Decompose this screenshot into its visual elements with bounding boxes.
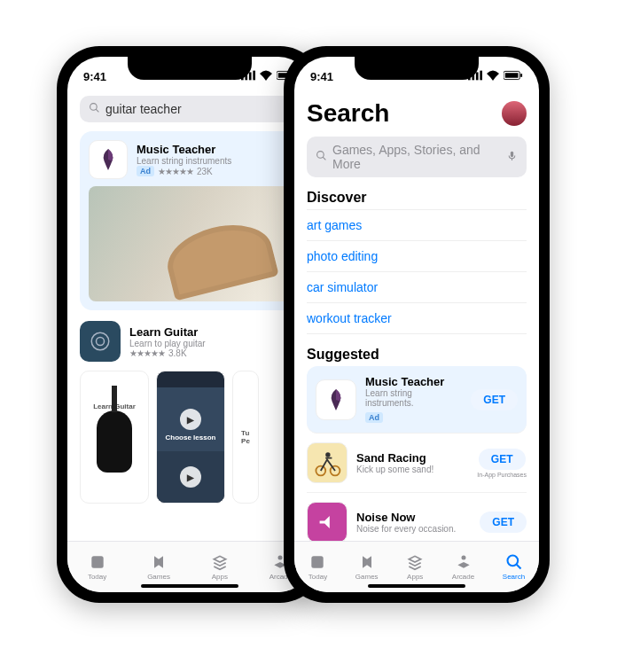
result-rating-count: 3.8K — [168, 348, 187, 358]
noise-now-icon — [307, 502, 348, 541]
music-teacher-icon — [89, 140, 128, 179]
thumb-label: Choose lesson — [166, 434, 216, 441]
screen-left: 9:41 guitar teacher Mu — [67, 57, 312, 592]
search-icon — [316, 150, 327, 164]
svg-rect-2 — [249, 72, 252, 80]
tab-search[interactable]: Search — [503, 553, 525, 581]
get-button[interactable]: GET — [471, 389, 518, 410]
svg-rect-21 — [511, 152, 513, 158]
search-input[interactable]: guitar teacher — [80, 96, 300, 122]
app-preview-image — [89, 186, 291, 301]
tab-today[interactable]: Today — [308, 553, 327, 581]
star-rating-icon: ★★★★★ — [158, 167, 193, 176]
sponsored-result-card[interactable]: Music Teacher Learn string instruments A… — [80, 131, 300, 310]
tab-arcade[interactable]: Arcade — [452, 553, 474, 581]
home-indicator[interactable] — [368, 584, 465, 588]
discover-link[interactable]: art games — [307, 209, 527, 241]
phone-right-frame: 9:41 Search Games, Apps, Stories, and Mo… — [284, 46, 550, 603]
wifi-icon — [259, 70, 273, 83]
search-input[interactable]: Games, Apps, Stories, and More — [307, 137, 527, 177]
result-subtitle: Learn to play guitar — [129, 339, 206, 348]
ad-badge: Ad — [137, 166, 154, 176]
page-title: Search — [307, 99, 389, 128]
svg-rect-14 — [476, 72, 479, 80]
music-teacher-icon — [316, 379, 356, 420]
search-result-item[interactable]: Learn Guitar Learn to play guitar ★★★★★ … — [80, 321, 300, 362]
tab-today[interactable]: Today — [88, 553, 106, 581]
status-time: 9:41 — [83, 70, 106, 83]
screenshot-thumb[interactable]: Learn Guitar — [80, 371, 149, 504]
star-rating-icon: ★★★★★ — [129, 348, 165, 358]
suggested-subtitle: Kick up some sand! — [356, 465, 468, 474]
screen-right: 9:41 Search Games, Apps, Stories, and Mo… — [294, 57, 539, 592]
svg-point-19 — [317, 152, 324, 159]
svg-point-7 — [90, 104, 98, 111]
search-icon — [89, 102, 100, 116]
sponsored-subtitle: Learn string instruments — [137, 156, 231, 166]
discover-link[interactable]: photo editing — [307, 241, 527, 272]
thumb-label: Tu Pe — [241, 429, 250, 445]
tab-apps[interactable]: Apps — [211, 553, 229, 581]
suggested-item[interactable]: Sand Racing Kick up some sand! GET In-Ap… — [307, 434, 527, 493]
sand-racing-icon — [307, 442, 348, 483]
suggested-item[interactable]: Noise Now Noise for every occasion. GET — [307, 493, 527, 541]
suggested-title: Noise Now — [356, 511, 471, 524]
result-title: Learn Guitar — [129, 325, 206, 339]
svg-point-26 — [507, 556, 518, 567]
mic-icon[interactable] — [506, 150, 518, 164]
tab-apps[interactable]: Apps — [406, 553, 424, 581]
suggested-subtitle: Noise for every occasion. — [356, 524, 471, 534]
svg-rect-3 — [253, 70, 255, 80]
get-button[interactable]: GET — [479, 449, 526, 470]
svg-rect-25 — [312, 556, 324, 567]
battery-icon — [504, 70, 523, 83]
notch — [128, 57, 252, 80]
screenshot-thumb[interactable]: Choose lesson ▶ ▶ — [156, 371, 225, 504]
wifi-icon — [486, 70, 500, 83]
notch — [355, 57, 479, 80]
svg-line-27 — [516, 565, 520, 569]
suggested-item-sponsored[interactable]: Music Teacher Learn string instruments. … — [307, 366, 527, 434]
svg-line-8 — [96, 109, 98, 112]
account-avatar[interactable] — [502, 101, 527, 126]
svg-rect-18 — [505, 73, 519, 78]
svg-point-22 — [316, 466, 325, 476]
rating-count: 23K — [197, 167, 213, 176]
discover-header: Discover — [307, 190, 527, 206]
get-button[interactable]: GET — [480, 512, 527, 533]
discover-link[interactable]: car simulator — [307, 272, 527, 303]
screenshot-thumb[interactable]: Tu Pe — [232, 371, 259, 504]
svg-line-20 — [323, 157, 325, 160]
home-indicator[interactable] — [141, 584, 238, 588]
svg-rect-11 — [91, 556, 103, 567]
phone-left-frame: 9:41 guitar teacher Mu — [57, 46, 323, 603]
play-icon: ▶ — [180, 466, 201, 488]
discover-link[interactable]: workout tracker — [307, 303, 527, 334]
svg-rect-15 — [480, 70, 482, 80]
search-placeholder: Games, Apps, Stories, and More — [332, 143, 501, 171]
suggested-title: Sand Racing — [356, 451, 468, 465]
ad-badge: Ad — [365, 412, 383, 423]
svg-point-10 — [97, 338, 105, 346]
svg-point-24 — [325, 452, 330, 457]
guitar-illustration — [97, 410, 132, 473]
suggested-subtitle: Learn string instruments. — [365, 388, 462, 408]
search-value: guitar teacher — [105, 102, 182, 116]
suggested-header: Suggested — [307, 347, 527, 363]
suggested-title: Music Teacher — [365, 375, 462, 388]
learn-guitar-icon — [80, 321, 121, 362]
play-icon: ▶ — [180, 409, 201, 430]
status-time: 9:41 — [310, 70, 333, 83]
svg-point-9 — [91, 332, 109, 350]
iap-label: In-App Purchases — [477, 472, 527, 478]
tab-games[interactable]: Games — [355, 553, 379, 581]
tab-games[interactable]: Games — [147, 553, 170, 581]
svg-rect-17 — [520, 74, 522, 77]
sponsored-title: Music Teacher — [137, 143, 231, 156]
